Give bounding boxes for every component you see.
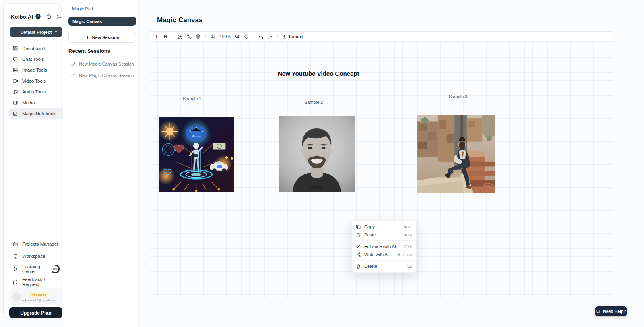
user-account-chip[interactable]: Owner zoharvan12@gmail.com ⌃ [9, 288, 63, 305]
notebook-panel: Magic Pad Magic Canvas New Session Recen… [63, 0, 140, 327]
play-icon [12, 266, 18, 272]
project-selector[interactable]: Default Project [10, 27, 62, 37]
sidebar-item-audio-tools[interactable]: Audio Tools [8, 86, 64, 97]
context-menu-item-paste[interactable]: Paste ⌘+V [352, 231, 416, 239]
video-icon [12, 78, 18, 84]
upgrade-plan-button[interactable]: Upgrade Plan [9, 307, 62, 318]
context-menu-label: Write with AI [364, 252, 394, 257]
pencil-icon [71, 62, 76, 66]
sidebar-item-magic-notebook[interactable]: Magic Notebook [8, 108, 64, 119]
scan-sparkle-icon [178, 34, 183, 39]
context-menu-divider [352, 240, 416, 241]
audio-icon [12, 89, 18, 95]
zoom-out-button[interactable] [233, 33, 242, 41]
sidebar-item-label: Projects Manager [22, 242, 58, 246]
chip-caret-icon: ⌃ [57, 295, 60, 299]
logo-row: Kolbo.AI [11, 12, 58, 21]
user-email: zoharvan12@gmail.com [22, 298, 56, 302]
context-menu: Copy ⌘+C Paste ⌘+V Enhance with AI ⌘+E W… [351, 220, 417, 273]
panel-item-magic-canvas[interactable]: Magic Canvas [68, 17, 136, 26]
man-sitting-on-ruins [417, 115, 495, 193]
sidebar-item-label: Media [22, 100, 35, 105]
sidebar: Kolbo.AI Default Project Dashboard [3, 3, 61, 318]
zoom-level: 100% [217, 34, 233, 39]
sample-2-label[interactable]: Sample 2 [304, 100, 323, 105]
sidebar-footer-nav: Projects Manager Workspace Learning Cent… [8, 238, 64, 288]
sidebar-nav: Dashboard Chat Tools Image Tools Video T… [8, 43, 64, 119]
context-menu-item-delete[interactable]: Delete ⌫ [352, 262, 416, 270]
language-globe-icon[interactable] [46, 14, 52, 19]
download-icon [282, 34, 287, 39]
context-menu-shortcut: ⌘+E [404, 244, 412, 249]
need-help-label: Need Help? [603, 309, 626, 314]
context-menu-label: Delete [364, 264, 404, 269]
ai-select-tool-button[interactable] [176, 33, 185, 41]
sidebar-item-label: Learning Center [22, 264, 46, 274]
text-tool-button[interactable]: T [152, 33, 161, 41]
context-menu-item-copy[interactable]: Copy ⌘+C [352, 223, 416, 231]
sidebar-item-video-tools[interactable]: Video Tools [8, 75, 64, 86]
zoom-in-icon [210, 34, 216, 39]
brain-logo-icon [35, 13, 41, 20]
sample-image-2[interactable] [279, 116, 355, 192]
reset-view-button[interactable] [242, 33, 251, 41]
page-title: Magic Canvas [157, 16, 202, 24]
sample-image-3[interactable] [417, 115, 495, 193]
dark-mode-moon-icon[interactable] [56, 14, 62, 19]
zoom-in-button[interactable] [208, 33, 217, 41]
new-session-button[interactable]: New Session [68, 32, 136, 43]
redo-button[interactable] [266, 33, 275, 41]
image-icon [12, 67, 18, 73]
sidebar-item-label: Workspace [22, 254, 45, 259]
session-list-item[interactable]: New Magic Canvas Session [71, 72, 135, 79]
learning-progress-ring: 66% [51, 265, 60, 273]
sidebar-item-dashboard[interactable]: Dashboard [8, 43, 64, 54]
panel-item-magic-pad[interactable]: Magic Pad [72, 6, 93, 11]
avatar [12, 292, 21, 301]
project-selector-label: Default Project [21, 30, 52, 35]
context-menu-shortcut: ⌘+V [404, 233, 412, 237]
toolbar-separator [277, 34, 278, 39]
role-badge-label: Owner [36, 293, 46, 297]
text-tool-glyph: T [155, 34, 158, 39]
export-button[interactable]: Export [281, 33, 304, 41]
session-list-item[interactable]: New Magic Canvas Session [71, 61, 135, 67]
trash-icon [195, 34, 201, 39]
sidebar-item-image-tools[interactable]: Image Tools [8, 64, 64, 75]
chevron-down-icon [54, 30, 58, 34]
context-menu-item-enhance-with-ai[interactable]: Enhance with AI ⌘+E [352, 242, 416, 250]
paste-icon [356, 232, 361, 238]
plus-icon [85, 35, 90, 39]
canvas-toolbar: T H 100% Export [150, 31, 613, 42]
context-menu-label: Enhance with AI [364, 244, 400, 249]
toolbar-separator [173, 34, 173, 39]
sidebar-item-projects-manager[interactable]: Projects Manager [8, 238, 64, 250]
role-badge: Owner [29, 292, 49, 298]
delete-tool-button[interactable] [194, 33, 202, 41]
sample-image-1[interactable] [159, 117, 234, 192]
sidebar-item-media[interactable]: Media [8, 97, 64, 108]
sidebar-item-label: Dashboard [22, 46, 45, 51]
user-meta: Owner zoharvan12@gmail.com [21, 292, 57, 302]
heading-tool-button[interactable]: H [161, 33, 170, 41]
sample-1-label[interactable]: Sample 1 [183, 96, 201, 101]
dashboard-icon [12, 46, 18, 51]
sample-3-label[interactable]: Sample 3 [449, 94, 467, 99]
sidebar-item-workspace[interactable]: Workspace [8, 250, 64, 262]
sidebar-item-chat-tools[interactable]: Chat Tools [8, 54, 64, 64]
need-help-button[interactable]: Need Help? [595, 306, 627, 316]
context-menu-divider [352, 260, 416, 261]
sidebar-item-learning-center[interactable]: Learning Center 66% [8, 262, 64, 276]
connector-tool-button[interactable] [185, 33, 194, 41]
help-chat-icon [596, 309, 601, 314]
panel-item-label: Magic Canvas [72, 19, 102, 24]
sidebar-item-feedback-request[interactable]: Feedback / Request [8, 276, 64, 288]
sidebar-item-label: Image Tools [22, 68, 47, 72]
canvas-heading-text[interactable]: New Youtube Video Concept [278, 70, 359, 77]
sidebar-item-label: Magic Notebook [22, 111, 56, 116]
context-menu-item-write-with-ai[interactable]: Write with AI ⌘+⇧+W [352, 250, 416, 259]
black-white-portrait [279, 116, 355, 192]
undo-button[interactable] [257, 33, 266, 41]
sidebar-item-label: Audio Tools [22, 89, 46, 94]
sidebar-item-label: Video Tools [22, 79, 46, 83]
